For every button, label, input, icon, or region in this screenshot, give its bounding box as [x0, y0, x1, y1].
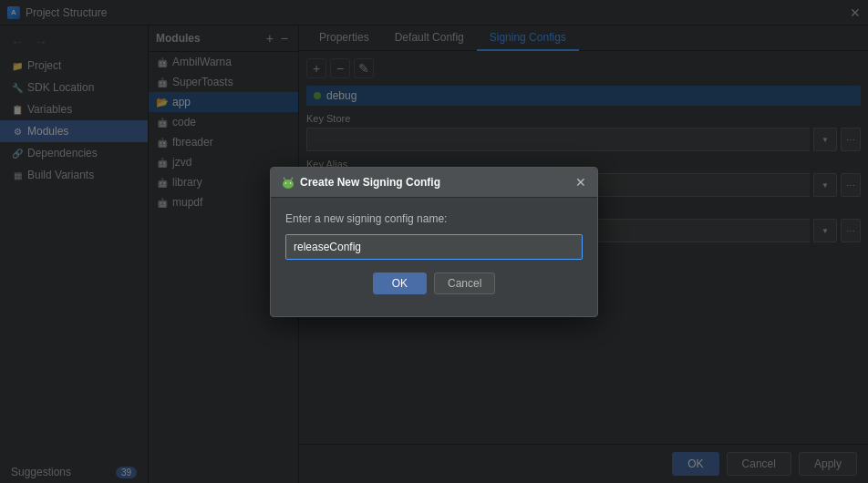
android-dialog-icon: [282, 176, 294, 189]
dialog-buttons: OK Cancel: [285, 269, 583, 302]
dialog-close-button[interactable]: ✕: [575, 175, 586, 190]
dialog-title-bar: Create New Signing Config ✕: [271, 168, 597, 198]
svg-point-3: [290, 182, 292, 184]
dialog-cancel-button[interactable]: Cancel: [434, 272, 495, 294]
dialog-input-label: Enter a new signing config name:: [285, 212, 583, 225]
dialog-config-name-input[interactable]: [285, 234, 583, 260]
dialog-body: Enter a new signing config name: OK Canc…: [271, 198, 597, 316]
create-signing-config-dialog: Create New Signing Config ✕ Enter a new …: [270, 167, 598, 317]
modal-overlay: Create New Signing Config ✕ Enter a new …: [0, 0, 868, 483]
dialog-title-left: Create New Signing Config: [282, 176, 440, 189]
svg-point-6: [284, 177, 285, 179]
svg-point-7: [292, 177, 294, 179]
dialog-title: Create New Signing Config: [300, 176, 440, 189]
dialog-ok-button[interactable]: OK: [373, 272, 427, 294]
svg-point-2: [285, 182, 287, 184]
